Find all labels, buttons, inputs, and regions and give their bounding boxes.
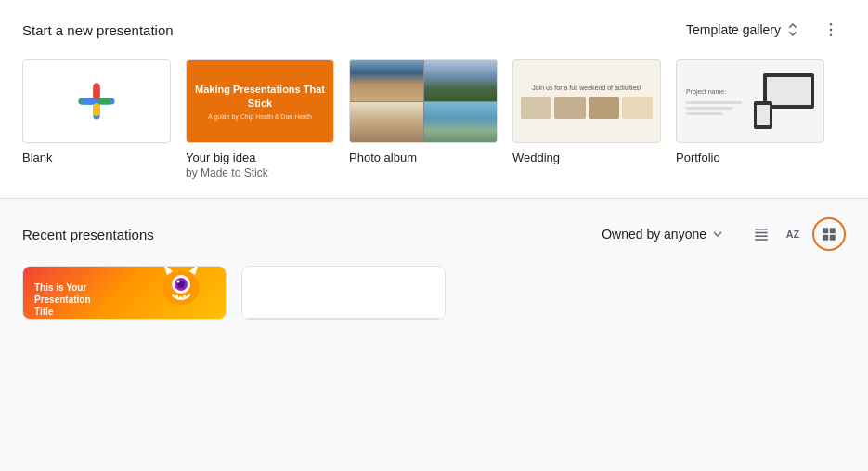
svg-rect-7 — [94, 86, 100, 99]
svg-point-1 — [830, 29, 833, 32]
wedding-header-text: Join us for a full weekend of activities… — [532, 85, 641, 91]
wedding-cell-1 — [521, 97, 551, 119]
svg-rect-8 — [94, 103, 100, 116]
wedding-label: Wedding — [512, 150, 661, 164]
portfolio-line-3 — [686, 112, 723, 115]
recent-presentations-section: Recent presentations Owned by anyone AZ — [0, 199, 868, 338]
portfolio-project-name: Project name: — [686, 88, 754, 95]
svg-rect-17 — [830, 228, 836, 233]
phone-screen — [757, 105, 770, 125]
svg-rect-10 — [98, 98, 111, 105]
device-phone — [754, 101, 772, 129]
portfolio-thumb: Project name: — [676, 59, 824, 143]
wedding-thumb: Join us for a full weekend of activities… — [512, 59, 661, 143]
photoalbum-thumb — [349, 59, 498, 143]
bigidea-slide-title: Making Presentations That Stick — [194, 83, 326, 110]
pres-footer-untitled: Untitled presentation Opened 3:12 PM — [242, 319, 445, 320]
svg-rect-28 — [179, 296, 182, 299]
svg-marker-21 — [163, 267, 173, 275]
header-controls: Template gallery — [679, 15, 846, 45]
slide-title-text: This is YourPresentationTitle — [34, 281, 91, 318]
template-item-blank[interactable]: Blank — [22, 59, 171, 179]
svg-rect-12 — [755, 232, 768, 234]
svg-rect-11 — [755, 229, 768, 230]
svg-point-2 — [830, 34, 833, 37]
wedding-grid — [521, 97, 653, 119]
photo-cell-3 — [350, 102, 423, 143]
svg-rect-9 — [82, 98, 95, 105]
more-vert-icon — [822, 20, 840, 39]
template-item-photo-album[interactable]: Photo album — [349, 59, 498, 179]
template-gallery-button[interactable]: Template gallery — [679, 16, 809, 44]
portfolio-text: Project name: — [686, 88, 754, 115]
template-item-wedding[interactable]: Join us for a full weekend of activities… — [512, 59, 661, 179]
template-item-big-idea[interactable]: Making Presentations That Stick A guide … — [186, 59, 334, 179]
list-view-icon — [753, 226, 770, 242]
pres-footer-moth: Moth · SlidesCarnival Opened 3:13 PM — [23, 319, 226, 320]
sort-icon: AZ — [784, 225, 803, 243]
section-header: Start a new presentation Template galler… — [22, 15, 846, 45]
template-grid: Blank Making Presentations That Stick A … — [22, 59, 846, 179]
new-presentation-section: Start a new presentation Template galler… — [0, 0, 868, 199]
svg-rect-13 — [755, 236, 768, 238]
bigidea-slide-subtitle: A guide by Chip Heath & Dan Heath — [208, 113, 312, 120]
svg-rect-27 — [175, 295, 178, 298]
monster-slide-thumb: This is YourPresentationTitle — [23, 267, 226, 319]
recent-header: Recent presentations Owned by anyone AZ — [22, 217, 846, 251]
photo-cell-2 — [424, 60, 498, 101]
photoalbum-label: Photo album — [349, 150, 498, 164]
wedding-cell-2 — [554, 97, 585, 119]
more-options-button[interactable] — [816, 15, 846, 45]
wedding-cell-4 — [622, 97, 653, 119]
wedding-cell-3 — [589, 97, 619, 119]
monster-icon — [156, 267, 207, 309]
grid-view-button[interactable] — [812, 217, 846, 251]
untitled-slide-thumb — [242, 267, 445, 319]
portfolio-label: Portfolio — [676, 150, 824, 164]
grid-view-icon — [821, 226, 837, 242]
owned-by-button[interactable]: Owned by anyone — [594, 221, 732, 247]
photo-cell-4 — [424, 102, 498, 143]
list-view-button[interactable] — [747, 220, 775, 248]
svg-rect-18 — [823, 235, 828, 241]
template-gallery-label: Template gallery — [686, 22, 781, 37]
presentation-card-moth[interactable]: This is YourPresentationTitle — [22, 266, 227, 320]
bigidea-sublabel: by Made to Stick — [186, 166, 334, 179]
device-screen — [767, 77, 811, 105]
svg-point-26 — [177, 281, 180, 283]
presentation-card-untitled[interactable]: Untitled presentation Opened 3:12 PM — [241, 266, 446, 320]
svg-rect-16 — [823, 228, 828, 233]
recent-title: Recent presentations — [22, 227, 154, 242]
svg-text:AZ: AZ — [786, 229, 800, 240]
svg-rect-19 — [830, 235, 836, 241]
sort-button[interactable]: AZ — [779, 219, 809, 249]
portfolio-line-1 — [686, 101, 742, 104]
chevron-down-icon — [710, 227, 725, 242]
google-plus-icon — [76, 81, 117, 122]
recent-controls: Owned by anyone AZ — [594, 217, 846, 251]
view-controls: AZ — [747, 217, 846, 251]
blank-thumb — [22, 59, 171, 143]
svg-rect-29 — [183, 295, 186, 298]
template-item-portfolio[interactable]: Project name: Portfolio — [676, 59, 824, 179]
svg-point-0 — [830, 23, 833, 26]
blank-label: Blank — [22, 150, 171, 164]
portfolio-line-2 — [686, 107, 732, 110]
chevron-updown-icon — [784, 21, 801, 38]
section-title: Start a new presentation — [22, 22, 174, 38]
bigidea-thumb: Making Presentations That Stick A guide … — [186, 59, 334, 143]
presentations-grid: This is YourPresentationTitle — [22, 266, 846, 320]
portfolio-device — [754, 73, 814, 129]
svg-rect-14 — [755, 239, 768, 241]
owned-by-label: Owned by anyone — [602, 227, 706, 242]
bigidea-label: Your big idea — [186, 150, 334, 164]
svg-marker-22 — [189, 267, 199, 275]
photo-cell-1 — [350, 60, 423, 101]
